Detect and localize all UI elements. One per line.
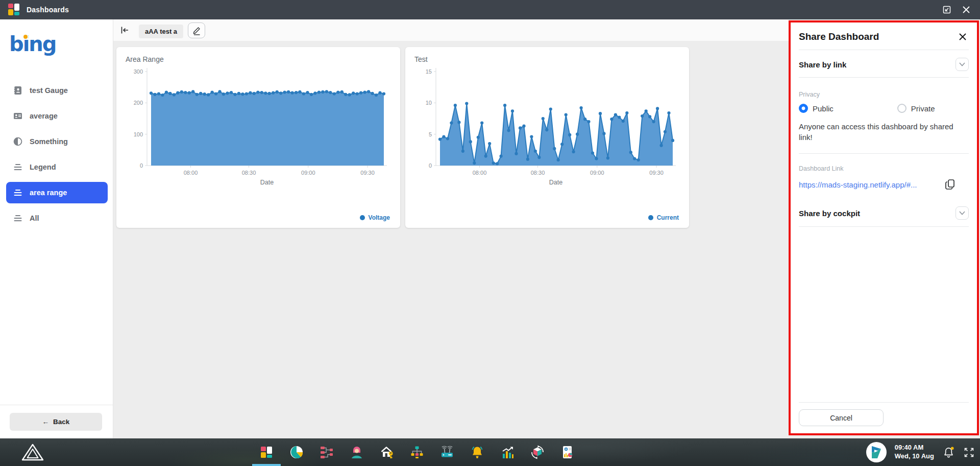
privacy-description: Anyone can access this dashboard by shar…: [799, 122, 969, 143]
logo-tile-yellow: [8, 9, 13, 15]
sidebar-spacer: [0, 233, 113, 405]
legend-voltage[interactable]: Voltage: [360, 214, 390, 221]
taskbar-icon-user-avatar[interactable]: [350, 445, 364, 459]
sidebar-item-label: test Gauge: [30, 86, 68, 95]
private-radio-label[interactable]: Private: [911, 104, 935, 113]
close-icon: [958, 32, 968, 42]
sidebar-footer: ← Back: [0, 405, 113, 438]
notification-bell-button[interactable]: [942, 446, 955, 459]
copy-link-button[interactable]: [943, 178, 957, 191]
sidebar-item-label: average: [30, 112, 58, 120]
taskbar-icon-house-key[interactable]: [380, 445, 394, 459]
taskbar-icon-notification-bell[interactable]: [470, 445, 484, 459]
privacy-label: Privacy: [799, 91, 969, 98]
back-button-label: Back: [53, 418, 69, 426]
taskbar-icon-report-document[interactable]: [560, 445, 575, 459]
svg-text:100: 100: [134, 131, 143, 137]
popout-icon: [942, 5, 952, 15]
bing-logo-text: bing: [9, 32, 56, 56]
private-radio[interactable]: [897, 104, 906, 113]
svg-text:08:00: 08:00: [473, 170, 487, 176]
back-button[interactable]: ← Back: [10, 413, 102, 431]
content-header: [113, 19, 789, 41]
taskbar-icon-growth-chart[interactable]: [500, 445, 514, 459]
collapse-left-icon: [119, 25, 130, 35]
sidebar-item-area-range[interactable]: area range: [6, 182, 108, 203]
sidebar-item-label: All: [30, 214, 39, 222]
share-by-link-row: Share by link: [799, 58, 969, 71]
svg-text:10: 10: [426, 100, 432, 106]
share-by-cockpit-expand-button[interactable]: [955, 206, 969, 220]
svg-text:300: 300: [134, 68, 143, 75]
triangle-logo-icon[interactable]: [21, 444, 44, 463]
legend-current[interactable]: Current: [648, 214, 679, 221]
contrast-icon: [13, 136, 23, 147]
chart-title: Area Range: [126, 55, 392, 63]
sidebar-item-something[interactable]: Something: [6, 131, 108, 152]
lines-icon: [13, 213, 23, 223]
svg-text:09:00: 09:00: [301, 170, 315, 176]
id-card-icon: [13, 111, 23, 121]
legend-dot-icon: [648, 215, 653, 220]
sidebar-collapse-button[interactable]: [118, 24, 131, 36]
share-panel-close-button[interactable]: [957, 31, 969, 43]
test-chart-svg: 05101508:0008:3009:0009:30Date: [413, 64, 681, 193]
lines-icon: [13, 188, 23, 198]
share-by-link-expand-button[interactable]: [955, 58, 969, 71]
window-popout-button[interactable]: [941, 4, 952, 15]
legend-label: Voltage: [369, 214, 390, 221]
divider: [799, 77, 969, 78]
taskbar-app-icons: [259, 445, 575, 459]
screen: Dashboards bing test GaugeaverageSomethi…: [0, 0, 980, 466]
sidebar: bing test GaugeaverageSomethingLegendare…: [0, 19, 113, 438]
taskbar-icon-pie-chart[interactable]: [289, 445, 304, 459]
pencil-icon: [192, 26, 202, 35]
dashboard-title-chip[interactable]: aAA test a: [139, 25, 183, 38]
share-by-cockpit-label: Share by cockpit: [799, 209, 860, 218]
clock-time: 09:40 AM: [895, 444, 934, 452]
taskbar-icon-app-dashboards[interactable]: [259, 445, 274, 459]
copy-icon: [944, 178, 955, 191]
svg-text:09:30: 09:30: [649, 170, 664, 176]
logo-tile-white: [14, 4, 19, 11]
divider: [799, 50, 969, 50]
sidebar-item-average[interactable]: average: [6, 105, 108, 127]
edit-title-button[interactable]: [188, 22, 205, 38]
expand-icon: [963, 447, 975, 458]
cancel-button[interactable]: Cancel: [799, 409, 884, 426]
chart-title: Test: [414, 55, 681, 63]
taskbar-clock[interactable]: 09:40 AM Wed, 10 Aug: [895, 444, 934, 461]
sidebar-nav: test GaugeaverageSomethingLegendarea ran…: [0, 80, 113, 233]
lines-icon: [13, 162, 23, 172]
taskbar-icon-cube-sync[interactable]: [530, 445, 545, 459]
svg-text:09:30: 09:30: [360, 170, 375, 176]
svg-text:5: 5: [429, 131, 432, 137]
taskbar: 09:40 AM Wed, 10 Aug: [0, 438, 980, 466]
clock-date: Wed, 10 Aug: [895, 452, 934, 461]
privacy-radio-group: Public Private: [799, 104, 969, 113]
svg-text:08:30: 08:30: [531, 170, 545, 176]
back-arrow-icon: ←: [42, 418, 50, 426]
dashboard-link-url[interactable]: https://mads-staging.netlify.app/#...: [799, 180, 917, 189]
taskbar-icon-network-tree[interactable]: [410, 445, 424, 459]
expand-fullscreen-button[interactable]: [963, 447, 975, 458]
brand-circle-logo-icon[interactable]: [866, 441, 887, 463]
svg-text:08:30: 08:30: [242, 170, 256, 176]
sidebar-item-label: area range: [30, 189, 67, 197]
top-bar: Dashboards: [0, 0, 980, 19]
sidebar-item-label: Something: [30, 137, 68, 146]
sidebar-item-legend[interactable]: Legend: [6, 156, 108, 178]
share-by-link-label: Share by link: [799, 60, 846, 69]
sidebar-item-test-gauge[interactable]: test Gauge: [6, 80, 108, 101]
logo-tile-teal: [14, 12, 19, 15]
taskbar-icon-flow-diagram[interactable]: [320, 445, 334, 459]
taskbar-icon-router[interactable]: [440, 445, 454, 459]
svg-text:0: 0: [429, 162, 432, 169]
sidebar-item-all[interactable]: All: [6, 207, 108, 229]
chart-card-area-range: Area Range 010020030008:0008:3009:0009:3…: [116, 47, 400, 228]
close-icon: [962, 5, 971, 14]
public-radio-label[interactable]: Public: [813, 104, 834, 113]
window-close-button[interactable]: [961, 4, 972, 15]
public-radio[interactable]: [799, 104, 808, 113]
svg-text:Date: Date: [549, 179, 562, 186]
